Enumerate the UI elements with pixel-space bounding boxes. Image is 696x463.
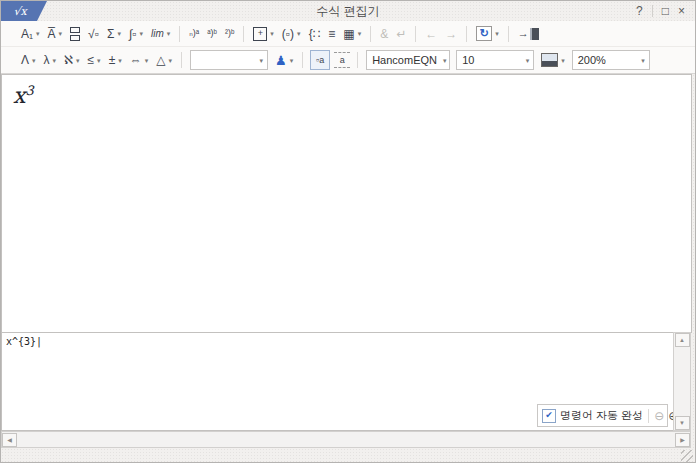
matrix-button[interactable]: ▦ ▾ [340,24,364,44]
autocomplete-bar: ✔ 명령어 자동 완성 ⊖ ⊕ [537,404,668,427]
help-button[interactable]: ? [636,5,643,17]
chevron-down-icon: ▾ [76,57,80,64]
chevron-down-icon: ▾ [259,57,263,64]
nav-left-button[interactable]: ← [422,24,440,44]
resize-grip[interactable] [681,450,693,462]
limit-button[interactable]: lim ▾ [148,24,173,44]
chevron-down-icon: ▾ [168,57,172,64]
integral-button[interactable]: ∫▫ ▾ [126,24,146,44]
window-frame-right [692,74,696,448]
font-combobox[interactable]: HancomEQN ▾ [366,50,450,70]
hebrew-symbols-icon: ℵ [64,54,73,66]
zoom-combobox[interactable]: 200% ▾ [572,50,650,70]
chevron-down-icon: ▾ [297,30,301,37]
toolbar-separator [357,52,358,68]
char-color-button[interactable]: ♟ ▾ [272,50,296,70]
division-template-1-icon: ₙ)ᵃ [189,29,199,38]
window-controls-separator [652,5,653,17]
maximize-button[interactable]: □ [662,5,669,17]
nav-right-button[interactable]: → [442,24,460,44]
line-spacing-button[interactable]: a [334,52,350,68]
refresh-icon: ↻ [476,26,492,41]
close-button[interactable]: × [678,5,685,17]
scroll-left-button[interactable]: ◀ [2,433,17,447]
equation-canvas[interactable]: x3 [1,74,692,333]
chevron-down-icon: ▾ [145,57,149,64]
size-combobox[interactable]: 10 ▾ [456,50,534,70]
fence-spacing-icon: + [253,27,267,41]
lines-button[interactable]: ≡ [325,24,338,44]
parentheses-icon: (▫) [282,28,294,40]
autocomplete-checkbox[interactable]: ✔ [542,409,556,423]
greek-lowercase-icon: λ [44,54,50,66]
misc-shapes-button[interactable]: △ ▾ [153,50,175,70]
integral-icon: ∫▫ [129,28,137,40]
greek-uppercase-button[interactable]: Λ ▾ [18,50,39,70]
hebrew-symbols-button[interactable]: ℵ ▾ [61,50,82,70]
newline-button[interactable]: ↵ [393,24,409,44]
fraction-button[interactable] [67,24,83,44]
scroll-right-button[interactable]: ▶ [675,433,690,447]
cases-button[interactable]: {∷ [306,24,324,44]
subscript-button[interactable]: A₁ ▾ [18,24,43,44]
greek-uppercase-icon: Λ [21,54,29,66]
division-template-1-button[interactable]: ₙ)ᵃ [186,24,202,44]
division-template-2-icon: ᵃ)ᵇ [207,29,217,38]
title-bar: √x 수식 편집기 ? □ × [1,1,695,22]
zoom-out-icon: ⊖ [654,409,664,423]
chevron-down-icon: ▾ [526,57,530,64]
toolbar-separator [508,26,509,42]
division-template-3-button[interactable]: ²)ᵇ [222,24,237,44]
size-combobox-value: 10 [462,54,474,66]
insert-door-icon: → [518,28,539,40]
check-icon: ✔ [545,411,553,420]
subscript-icon: A₁ [21,28,33,40]
char-color-icon: ♟ [275,54,287,67]
column-separator-button[interactable]: & [377,24,391,44]
zoom-combobox-value: 200% [578,54,606,66]
newline-icon: ↵ [396,28,406,40]
chevron-down-icon: ▾ [32,57,36,64]
script-text: x^{3}| [6,336,42,347]
cases-icon: {∷ [309,28,321,40]
style-combobox[interactable]: ▾ [190,50,268,70]
accent-icon: A̅ [48,28,56,40]
greek-lowercase-button[interactable]: λ ▾ [41,50,60,70]
vertical-scrollbar[interactable]: ▲ ▼ [673,332,691,431]
fraction-icon [70,27,80,41]
arrow-down-icon: ▼ [679,420,685,426]
parentheses-button[interactable]: (▫) ▾ [279,24,304,44]
operators-button[interactable]: ± ▾ [106,50,125,70]
chevron-down-icon: ▾ [36,30,40,37]
apply-size-button[interactable]: ▾ [538,50,568,70]
autocomplete-label: 명령어 자동 완성 [560,408,643,423]
radical-button[interactable]: √▫ [85,24,102,44]
sigma-button[interactable]: Σ ▾ [104,24,124,44]
accent-button[interactable]: A̅ ▾ [45,24,66,44]
window-title: 수식 편집기 [1,1,695,21]
horizontal-scrollbar[interactable]: ◀ ▶ [1,431,691,448]
lines-icon: ≡ [328,28,335,40]
scroll-down-button[interactable]: ▼ [675,416,690,430]
chevron-down-icon: ▾ [53,57,57,64]
insert-and-close-button[interactable]: → [515,24,542,44]
chevron-down-icon: ▾ [641,57,645,64]
formula-superscript: 3 [25,83,33,98]
zoom-out-button[interactable]: ⊖ [654,410,664,422]
relations-button[interactable]: ≤ ▾ [85,50,104,70]
arrows-button[interactable]: ⇔ ▾ [127,50,152,70]
fence-spacing-button[interactable]: + ▾ [250,24,277,44]
toolbar-separator [181,52,182,68]
window-controls: ? □ × [636,1,685,21]
radical-icon: √▫ [88,28,99,40]
chevron-down-icon: ▾ [290,57,294,64]
char-box-toggle[interactable]: ▫a [310,50,330,70]
formula-base: x [13,83,25,108]
scroll-up-button[interactable]: ▲ [675,333,690,347]
arrow-left-icon: ← [425,28,437,40]
refresh-button[interactable]: ↻ ▾ [473,24,502,44]
division-template-2-button[interactable]: ᵃ)ᵇ [204,24,220,44]
toolbar-separator [243,26,244,42]
misc-shapes-icon: △ [156,54,165,66]
equation-editor-window: √x 수식 편집기 ? □ × A₁ ▾ A̅ ▾ √▫ Σ ▾ ∫▫ [0,0,696,463]
